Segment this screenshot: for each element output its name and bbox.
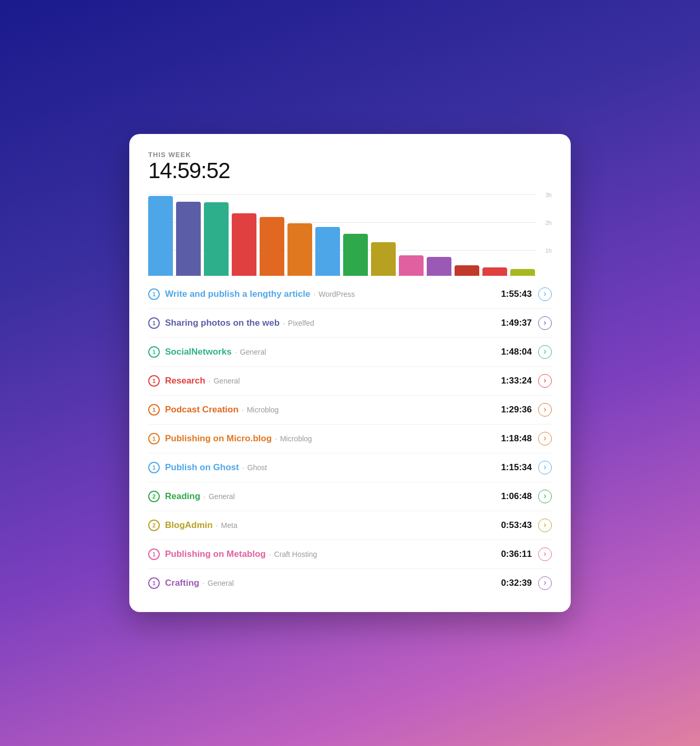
week-label: THIS WEEK xyxy=(148,151,552,159)
task-name: Publishing on Metablog xyxy=(165,549,266,560)
bar-7 xyxy=(343,234,368,276)
task-separator: · xyxy=(275,434,277,443)
gridline-1h-label: 1h xyxy=(537,247,552,254)
task-arrow-icon[interactable] xyxy=(538,547,552,561)
task-info: Write and publish a lengthy article·Word… xyxy=(165,289,501,299)
task-separator: · xyxy=(202,579,204,587)
task-badge: 2 xyxy=(148,520,160,531)
task-project: Microblog xyxy=(280,434,312,443)
task-time: 1:49:37 xyxy=(501,318,532,328)
task-row[interactable]: 1Publish on Ghost·Ghost1:15:34 xyxy=(148,453,552,482)
bar-1 xyxy=(176,202,201,276)
task-name: Write and publish a lengthy article xyxy=(165,289,310,299)
task-badge: 1 xyxy=(148,317,160,329)
bar-11 xyxy=(455,265,479,275)
task-row[interactable]: 1Publishing on Metablog·Craft Hosting0:3… xyxy=(148,540,552,569)
task-arrow-icon[interactable] xyxy=(538,461,552,474)
task-time: 1:18:48 xyxy=(501,433,532,444)
task-time: 1:55:43 xyxy=(501,289,532,299)
task-name: Sharing photos on the web xyxy=(165,318,280,328)
task-time: 0:53:43 xyxy=(501,520,532,531)
task-badge: 1 xyxy=(148,462,160,473)
task-row[interactable]: 1Write and publish a lengthy article·Wor… xyxy=(148,280,552,309)
bar-4 xyxy=(260,217,284,276)
task-arrow-icon[interactable] xyxy=(538,345,552,359)
task-row[interactable]: 1SocialNetworks·General1:48:04 xyxy=(148,338,552,367)
task-separator: · xyxy=(203,492,205,501)
task-arrow-icon[interactable] xyxy=(538,287,552,301)
task-badge: 1 xyxy=(148,375,160,387)
bar-3 xyxy=(232,213,256,275)
task-project: Pixelfed xyxy=(288,319,314,327)
task-info: Podcast Creation·Microblog xyxy=(165,405,501,415)
bar-8 xyxy=(371,242,396,276)
task-row[interactable]: 1Publishing on Micro.blog·Microblog1:18:… xyxy=(148,424,552,453)
task-row[interactable]: 2Reading·General1:06:48 xyxy=(148,482,552,511)
task-separator: · xyxy=(235,348,237,356)
task-arrow-icon[interactable] xyxy=(538,316,552,330)
task-project: Microblog xyxy=(247,406,279,414)
bar-0 xyxy=(148,196,173,276)
total-time: 14:59:52 xyxy=(148,159,552,183)
task-row[interactable]: 1Crafting·General0:32:39 xyxy=(148,569,552,597)
task-list: 1Write and publish a lengthy article·Wor… xyxy=(148,280,552,597)
task-arrow-icon[interactable] xyxy=(538,576,552,590)
task-info: Crafting·General xyxy=(165,578,501,588)
task-separator: · xyxy=(242,406,244,414)
task-time: 1:06:48 xyxy=(501,491,532,502)
task-info: BlogAdmin·Meta xyxy=(165,520,501,531)
task-name: Crafting xyxy=(165,578,199,588)
task-time: 1:15:34 xyxy=(501,462,532,473)
task-separator: · xyxy=(242,463,244,472)
task-info: Sharing photos on the web·Pixelfed xyxy=(165,318,501,328)
task-arrow-icon[interactable] xyxy=(538,374,552,388)
task-info: SocialNetworks·General xyxy=(165,347,501,357)
task-separator: · xyxy=(216,521,218,530)
main-card: THIS WEEK 14:59:52 3h 2h 1h 1 xyxy=(129,134,571,612)
bar-12 xyxy=(482,267,507,276)
bar-2 xyxy=(204,202,229,275)
task-arrow-icon[interactable] xyxy=(538,490,552,503)
task-name: Publish on Ghost xyxy=(165,462,239,473)
task-project: General xyxy=(213,377,240,385)
task-time: 0:32:39 xyxy=(501,578,532,588)
task-badge: 1 xyxy=(148,346,160,358)
task-badge: 1 xyxy=(148,433,160,444)
task-separator: · xyxy=(313,290,315,298)
gridline-2h-label: 2h xyxy=(537,220,552,226)
task-name: Podcast Creation xyxy=(165,405,239,415)
task-time: 1:33:24 xyxy=(501,376,532,386)
task-separator: · xyxy=(209,377,211,385)
task-row[interactable]: 1Sharing photos on the web·Pixelfed1:49:… xyxy=(148,309,552,338)
task-badge: 1 xyxy=(148,404,160,416)
task-row[interactable]: 1Podcast Creation·Microblog1:29:36 xyxy=(148,396,552,424)
task-info: Publishing on Metablog·Craft Hosting xyxy=(165,549,501,560)
task-name: SocialNetworks xyxy=(165,347,232,357)
bars-area xyxy=(148,192,535,276)
header: THIS WEEK 14:59:52 xyxy=(148,151,552,183)
bar-6 xyxy=(315,227,340,276)
task-row[interactable]: 2BlogAdmin·Meta0:53:43 xyxy=(148,511,552,540)
task-project: WordPress xyxy=(318,290,355,298)
task-arrow-icon[interactable] xyxy=(538,432,552,445)
task-project: General xyxy=(240,348,266,356)
task-time: 0:36:11 xyxy=(501,549,532,560)
task-info: Publishing on Micro.blog·Microblog xyxy=(165,433,501,444)
task-project: Meta xyxy=(221,521,238,530)
bar-10 xyxy=(427,257,451,275)
task-badge: 1 xyxy=(148,548,160,560)
task-project: Craft Hosting xyxy=(274,550,317,558)
task-separator: · xyxy=(269,550,271,558)
task-project: General xyxy=(209,492,235,501)
task-arrow-icon[interactable] xyxy=(538,519,552,532)
task-name: Research xyxy=(165,376,205,386)
task-name: BlogAdmin xyxy=(165,520,213,531)
task-info: Publish on Ghost·Ghost xyxy=(165,462,501,473)
task-name: Reading xyxy=(165,491,200,502)
task-row[interactable]: 1Research·General1:33:24 xyxy=(148,367,552,396)
task-badge: 1 xyxy=(148,577,160,589)
task-arrow-icon[interactable] xyxy=(538,403,552,417)
task-info: Reading·General xyxy=(165,491,501,502)
task-time: 1:48:04 xyxy=(501,347,532,357)
task-project: Ghost xyxy=(248,463,267,472)
